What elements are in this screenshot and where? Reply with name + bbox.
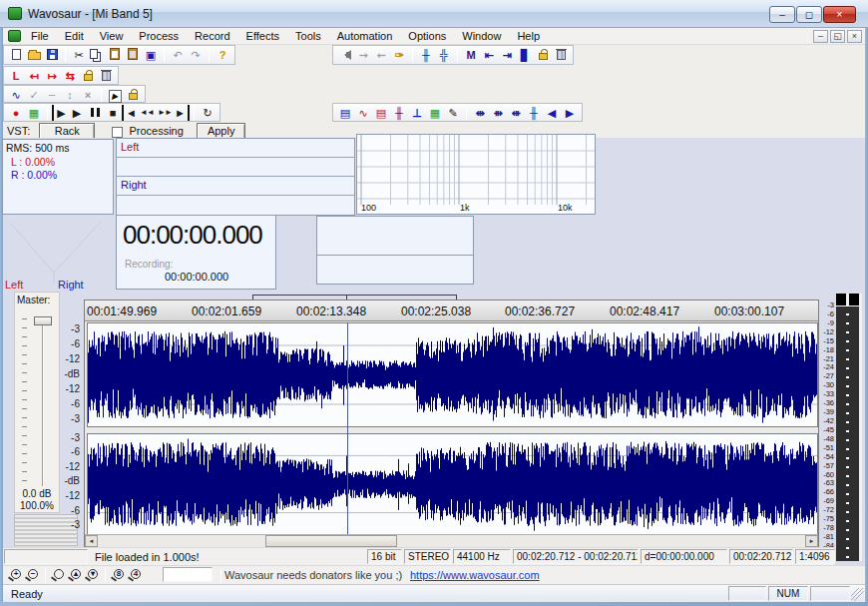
play-from-cursor-icon[interactable]: ▶: [52, 105, 68, 121]
next-view-icon[interactable]: ▶: [561, 105, 579, 121]
loop-prev-icon[interactable]: ↤: [25, 68, 43, 84]
menu-process[interactable]: Process: [131, 28, 187, 45]
speaker-icon[interactable]: [336, 47, 354, 63]
menu-help[interactable]: Help: [509, 28, 548, 45]
waveform-channel-left[interactable]: [87, 322, 818, 427]
loop-playback-icon[interactable]: ↻: [199, 105, 217, 121]
tool-icon[interactable]: ✑: [390, 47, 408, 63]
open-file-icon[interactable]: [25, 47, 43, 63]
loop-next-icon[interactable]: ↦: [43, 68, 61, 84]
zoom-marker-b-icon[interactable]: ⇻: [489, 105, 507, 121]
loop-delete-icon[interactable]: [97, 68, 115, 84]
marker-next-icon[interactable]: ⇥: [498, 47, 516, 63]
menu-automation[interactable]: Automation: [329, 28, 401, 45]
grid-icon[interactable]: ▦: [426, 105, 444, 121]
go-to-start-icon[interactable]: ◄: [122, 105, 138, 121]
menu-file[interactable]: File: [23, 28, 57, 45]
trim-icon[interactable]: ▣: [142, 47, 160, 63]
pencil-icon[interactable]: ✎: [444, 105, 462, 121]
rewind-icon[interactable]: ◄◄: [138, 105, 156, 121]
zoom-marker-c-icon[interactable]: ⇺: [507, 105, 525, 121]
scrollbar-thumb[interactable]: [265, 535, 397, 547]
cable-in-icon[interactable]: ⇝: [354, 47, 372, 63]
pause-icon[interactable]: [86, 105, 104, 121]
zoom-in-icon[interactable]: +: [7, 567, 24, 583]
zoom-selection-icon[interactable]: [50, 567, 67, 583]
vst-processing-checkbox[interactable]: [112, 127, 123, 138]
resize-grip[interactable]: [851, 588, 864, 601]
save-file-icon[interactable]: [43, 47, 61, 63]
undo-icon[interactable]: ↶: [169, 47, 187, 63]
document-icon[interactable]: [8, 30, 21, 42]
go-to-end-icon[interactable]: ►: [174, 105, 190, 121]
maximize-button[interactable]: ◻: [796, 6, 822, 23]
envelope-vertical-icon[interactable]: ↕: [61, 87, 79, 103]
clip-indicator-right[interactable]: [849, 294, 859, 305]
envelope-clear-icon[interactable]: ×: [79, 87, 97, 103]
menu-record[interactable]: Record: [187, 28, 237, 45]
lock-icon[interactable]: [534, 47, 552, 63]
stop-icon[interactable]: ■: [104, 105, 122, 121]
clip-indicator-left[interactable]: [836, 294, 846, 305]
close-button[interactable]: ×: [823, 6, 856, 23]
help-icon[interactable]: ?: [214, 47, 231, 63]
envelope-dots-icon[interactable]: ┄: [43, 87, 61, 103]
zoom-vertical-in-icon[interactable]: ▴: [67, 567, 84, 583]
scroll-left-arrow[interactable]: ◄: [85, 535, 98, 547]
monitor-icon[interactable]: ▦: [25, 105, 43, 121]
record-icon[interactable]: ●: [7, 105, 25, 121]
insert-icon[interactable]: ▤: [336, 105, 354, 121]
marker-set-icon[interactable]: M: [462, 47, 480, 63]
minimize-button[interactable]: –: [769, 6, 795, 23]
paste-special-icon[interactable]: [124, 47, 142, 63]
play-icon[interactable]: ▶: [68, 105, 86, 121]
delete-markers-icon[interactable]: [552, 47, 570, 63]
duplicate-icon[interactable]: ▤: [372, 105, 390, 121]
zoom-out-icon[interactable]: −: [24, 567, 41, 583]
marker-grid-icon[interactable]: ╬: [435, 47, 453, 63]
envelope-play-icon[interactable]: ▶: [106, 87, 124, 103]
copy-icon[interactable]: [88, 47, 106, 63]
menu-effects[interactable]: Effects: [238, 28, 287, 45]
cable-out-icon[interactable]: ⇜: [372, 47, 390, 63]
marker-prev-icon[interactable]: ⇤: [480, 47, 498, 63]
dc-offset-icon[interactable]: ⊥: [408, 105, 426, 121]
menu-view[interactable]: View: [92, 28, 132, 45]
paste-icon[interactable]: [106, 47, 124, 63]
waveform-channel-right[interactable]: [87, 433, 818, 535]
prev-view-icon[interactable]: ◀: [543, 105, 561, 121]
cut-icon[interactable]: ✂: [70, 47, 88, 63]
zoom-preset-4-icon[interactable]: 4: [127, 567, 144, 583]
new-file-icon[interactable]: [7, 47, 25, 63]
title-bar[interactable]: Wavosaur - [Mi Band 5] – ◻ ×: [0, 0, 868, 28]
zoom-marker-a-icon[interactable]: ⇹: [471, 105, 489, 121]
loop-swap-icon[interactable]: ⇆: [61, 68, 79, 84]
menu-options[interactable]: Options: [400, 28, 454, 45]
meter-scale-label: -15: [812, 337, 834, 345]
statistics-icon[interactable]: ∿: [354, 105, 372, 121]
horizontal-scrollbar[interactable]: ◄ ►: [85, 534, 818, 547]
mdi-close-button[interactable]: ×: [847, 30, 862, 43]
sliders-icon[interactable]: ╫: [390, 105, 408, 121]
mdi-restore-button[interactable]: ◱: [830, 30, 845, 43]
envelope-apply-icon[interactable]: ✓: [25, 87, 43, 103]
loop-point-icon[interactable]: L: [7, 68, 25, 84]
menu-window[interactable]: Window: [454, 28, 509, 45]
menu-edit[interactable]: Edit: [57, 28, 92, 45]
menu-tools[interactable]: Tools: [287, 28, 329, 45]
envelope-lock-icon[interactable]: [124, 87, 142, 103]
master-slider-handle[interactable]: [34, 316, 52, 325]
marker-block-icon[interactable]: ▊: [516, 47, 534, 63]
envelope-curve-icon[interactable]: ∿: [7, 87, 25, 103]
zoom-marker-d-icon[interactable]: ╫: [525, 105, 543, 121]
loop-lock-icon[interactable]: [79, 68, 97, 84]
donation-link[interactable]: https://www.wavosaur.com: [410, 569, 540, 581]
forward-icon[interactable]: ►►: [156, 105, 174, 121]
mdi-minimize-button[interactable]: –: [813, 30, 828, 43]
zoom-preset-8-icon[interactable]: 8: [110, 567, 127, 583]
zoom-vertical-out-icon[interactable]: ▾: [84, 567, 101, 583]
marker-pair-icon[interactable]: ╫: [417, 47, 435, 63]
master-slider-track[interactable]: [42, 318, 44, 486]
timeline-ruler[interactable]: 00:01:49.969 00:02:01.659 00:02:13.348 0…: [85, 301, 818, 321]
redo-icon[interactable]: ↷: [187, 47, 205, 63]
